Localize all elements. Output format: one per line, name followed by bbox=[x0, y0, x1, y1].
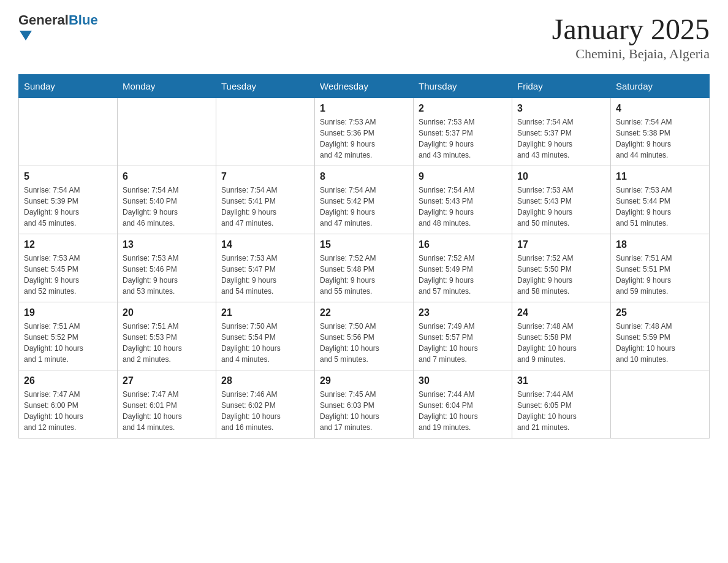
day-number: 12 bbox=[24, 239, 112, 250]
day-info: Sunrise: 7:53 AMSunset: 5:37 PMDaylight:… bbox=[419, 117, 507, 161]
day-number: 20 bbox=[123, 307, 211, 318]
calendar-subtitle: Chemini, Bejaia, Algeria bbox=[552, 46, 710, 62]
day-number: 29 bbox=[320, 375, 408, 386]
day-info: Sunrise: 7:47 AMSunset: 6:01 PMDaylight:… bbox=[123, 389, 211, 433]
day-number: 3 bbox=[517, 103, 605, 114]
day-number: 2 bbox=[419, 103, 507, 114]
day-number: 31 bbox=[517, 375, 605, 386]
week-row-1: 1Sunrise: 7:53 AMSunset: 5:36 PMDaylight… bbox=[19, 98, 710, 166]
day-info: Sunrise: 7:47 AMSunset: 6:00 PMDaylight:… bbox=[24, 389, 112, 433]
day-number: 16 bbox=[419, 239, 507, 250]
calendar-cell bbox=[611, 370, 710, 439]
logo-triangle-icon bbox=[20, 31, 32, 40]
logo-general: General bbox=[18, 12, 69, 28]
calendar-cell: 20Sunrise: 7:51 AMSunset: 5:53 PMDayligh… bbox=[118, 302, 216, 370]
day-number: 4 bbox=[616, 103, 704, 114]
day-number: 17 bbox=[517, 239, 605, 250]
calendar-cell bbox=[118, 98, 216, 166]
day-info: Sunrise: 7:54 AMSunset: 5:39 PMDaylight:… bbox=[24, 185, 112, 229]
calendar-cell bbox=[216, 98, 315, 166]
header-saturday: Saturday bbox=[611, 75, 710, 98]
calendar-cell: 21Sunrise: 7:50 AMSunset: 5:54 PMDayligh… bbox=[216, 302, 315, 370]
day-info: Sunrise: 7:48 AMSunset: 5:58 PMDaylight:… bbox=[517, 321, 605, 365]
calendar-cell: 14Sunrise: 7:53 AMSunset: 5:47 PMDayligh… bbox=[216, 234, 315, 302]
calendar-cell: 2Sunrise: 7:53 AMSunset: 5:37 PMDaylight… bbox=[414, 98, 512, 166]
day-number: 26 bbox=[24, 375, 112, 386]
calendar-cell: 10Sunrise: 7:53 AMSunset: 5:43 PMDayligh… bbox=[512, 166, 611, 234]
header-tuesday: Tuesday bbox=[216, 75, 315, 98]
day-info: Sunrise: 7:48 AMSunset: 5:59 PMDaylight:… bbox=[616, 321, 704, 365]
day-info: Sunrise: 7:52 AMSunset: 5:49 PMDaylight:… bbox=[419, 253, 507, 297]
header-thursday: Thursday bbox=[414, 75, 512, 98]
day-info: Sunrise: 7:54 AMSunset: 5:38 PMDaylight:… bbox=[616, 117, 704, 161]
day-number: 7 bbox=[221, 171, 309, 182]
day-info: Sunrise: 7:52 AMSunset: 5:48 PMDaylight:… bbox=[320, 253, 408, 297]
day-info: Sunrise: 7:54 AMSunset: 5:40 PMDaylight:… bbox=[123, 185, 211, 229]
week-row-5: 26Sunrise: 7:47 AMSunset: 6:00 PMDayligh… bbox=[19, 370, 710, 439]
calendar-cell: 29Sunrise: 7:45 AMSunset: 6:03 PMDayligh… bbox=[315, 370, 414, 439]
week-row-4: 19Sunrise: 7:51 AMSunset: 5:52 PMDayligh… bbox=[19, 302, 710, 370]
calendar-body: 1Sunrise: 7:53 AMSunset: 5:36 PMDaylight… bbox=[19, 98, 710, 439]
calendar-cell: 9Sunrise: 7:54 AMSunset: 5:43 PMDaylight… bbox=[414, 166, 512, 234]
calendar-header: Sunday Monday Tuesday Wednesday Thursday… bbox=[19, 75, 710, 98]
day-info: Sunrise: 7:46 AMSunset: 6:02 PMDaylight:… bbox=[221, 389, 309, 433]
calendar-cell: 12Sunrise: 7:53 AMSunset: 5:45 PMDayligh… bbox=[19, 234, 118, 302]
day-number: 13 bbox=[123, 239, 211, 250]
day-number: 18 bbox=[616, 239, 704, 250]
day-info: Sunrise: 7:54 AMSunset: 5:43 PMDaylight:… bbox=[419, 185, 507, 229]
calendar-cell: 15Sunrise: 7:52 AMSunset: 5:48 PMDayligh… bbox=[315, 234, 414, 302]
day-info: Sunrise: 7:54 AMSunset: 5:37 PMDaylight:… bbox=[517, 117, 605, 161]
calendar-title: January 2025 bbox=[552, 12, 710, 46]
day-number: 23 bbox=[419, 307, 507, 318]
calendar-cell: 4Sunrise: 7:54 AMSunset: 5:38 PMDaylight… bbox=[611, 98, 710, 166]
day-number: 14 bbox=[221, 239, 309, 250]
week-row-2: 5Sunrise: 7:54 AMSunset: 5:39 PMDaylight… bbox=[19, 166, 710, 234]
day-info: Sunrise: 7:49 AMSunset: 5:57 PMDaylight:… bbox=[419, 321, 507, 365]
day-info: Sunrise: 7:50 AMSunset: 5:54 PMDaylight:… bbox=[221, 321, 309, 365]
logo: GeneralBlue bbox=[18, 12, 98, 40]
header-monday: Monday bbox=[118, 75, 216, 98]
calendar-cell: 31Sunrise: 7:44 AMSunset: 6:05 PMDayligh… bbox=[512, 370, 611, 439]
calendar-cell: 1Sunrise: 7:53 AMSunset: 5:36 PMDaylight… bbox=[315, 98, 414, 166]
calendar-cell: 23Sunrise: 7:49 AMSunset: 5:57 PMDayligh… bbox=[414, 302, 512, 370]
calendar-cell: 17Sunrise: 7:52 AMSunset: 5:50 PMDayligh… bbox=[512, 234, 611, 302]
day-info: Sunrise: 7:54 AMSunset: 5:42 PMDaylight:… bbox=[320, 185, 408, 229]
header-row: Sunday Monday Tuesday Wednesday Thursday… bbox=[19, 75, 710, 98]
calendar-cell: 24Sunrise: 7:48 AMSunset: 5:58 PMDayligh… bbox=[512, 302, 611, 370]
day-info: Sunrise: 7:53 AMSunset: 5:36 PMDaylight:… bbox=[320, 117, 408, 161]
day-info: Sunrise: 7:51 AMSunset: 5:53 PMDaylight:… bbox=[123, 321, 211, 365]
calendar-cell: 16Sunrise: 7:52 AMSunset: 5:49 PMDayligh… bbox=[414, 234, 512, 302]
calendar-cell: 13Sunrise: 7:53 AMSunset: 5:46 PMDayligh… bbox=[118, 234, 216, 302]
day-number: 22 bbox=[320, 307, 408, 318]
day-info: Sunrise: 7:44 AMSunset: 6:04 PMDaylight:… bbox=[419, 389, 507, 433]
day-number: 25 bbox=[616, 307, 704, 318]
day-info: Sunrise: 7:50 AMSunset: 5:56 PMDaylight:… bbox=[320, 321, 408, 365]
day-number: 1 bbox=[320, 103, 408, 114]
calendar-cell: 5Sunrise: 7:54 AMSunset: 5:39 PMDaylight… bbox=[19, 166, 118, 234]
day-number: 8 bbox=[320, 171, 408, 182]
calendar-cell: 19Sunrise: 7:51 AMSunset: 5:52 PMDayligh… bbox=[19, 302, 118, 370]
header-friday: Friday bbox=[512, 75, 611, 98]
calendar-cell: 8Sunrise: 7:54 AMSunset: 5:42 PMDaylight… bbox=[315, 166, 414, 234]
calendar-cell: 7Sunrise: 7:54 AMSunset: 5:41 PMDaylight… bbox=[216, 166, 315, 234]
title-section: January 2025 Chemini, Bejaia, Algeria bbox=[552, 12, 710, 62]
calendar-cell: 27Sunrise: 7:47 AMSunset: 6:01 PMDayligh… bbox=[118, 370, 216, 439]
calendar-cell: 30Sunrise: 7:44 AMSunset: 6:04 PMDayligh… bbox=[414, 370, 512, 439]
day-number: 5 bbox=[24, 171, 112, 182]
calendar-cell: 6Sunrise: 7:54 AMSunset: 5:40 PMDaylight… bbox=[118, 166, 216, 234]
day-info: Sunrise: 7:53 AMSunset: 5:45 PMDaylight:… bbox=[24, 253, 112, 297]
day-info: Sunrise: 7:51 AMSunset: 5:51 PMDaylight:… bbox=[616, 253, 704, 297]
calendar-cell bbox=[19, 98, 118, 166]
day-number: 28 bbox=[221, 375, 309, 386]
day-info: Sunrise: 7:53 AMSunset: 5:46 PMDaylight:… bbox=[123, 253, 211, 297]
calendar-cell: 11Sunrise: 7:53 AMSunset: 5:44 PMDayligh… bbox=[611, 166, 710, 234]
day-info: Sunrise: 7:52 AMSunset: 5:50 PMDaylight:… bbox=[517, 253, 605, 297]
day-number: 19 bbox=[24, 307, 112, 318]
day-info: Sunrise: 7:54 AMSunset: 5:41 PMDaylight:… bbox=[221, 185, 309, 229]
day-number: 27 bbox=[123, 375, 211, 386]
day-info: Sunrise: 7:53 AMSunset: 5:47 PMDaylight:… bbox=[221, 253, 309, 297]
day-number: 9 bbox=[419, 171, 507, 182]
calendar-cell: 26Sunrise: 7:47 AMSunset: 6:00 PMDayligh… bbox=[19, 370, 118, 439]
day-number: 30 bbox=[419, 375, 507, 386]
header-sunday: Sunday bbox=[19, 75, 118, 98]
